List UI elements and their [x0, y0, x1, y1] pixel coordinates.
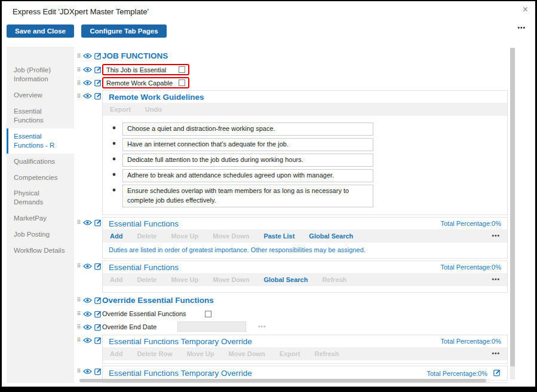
- eye-icon[interactable]: [83, 79, 92, 86]
- edit-icon[interactable]: [94, 219, 102, 226]
- drag-handle-icon[interactable]: ⠿: [77, 53, 81, 59]
- override-end-date-input[interactable]: [177, 321, 246, 332]
- edit-icon[interactable]: [94, 310, 102, 318]
- eye-icon[interactable]: [83, 368, 92, 375]
- global-search-button[interactable]: Global Search: [263, 276, 308, 283]
- export-button[interactable]: Export: [110, 106, 131, 113]
- sidebar-item-qualifications[interactable]: Qualifications: [7, 154, 74, 170]
- sidebar-item-essential-functions-r[interactable]: Essential Functions - R: [7, 128, 74, 154]
- vertical-scrollbar-thumb[interactable]: [510, 48, 515, 366]
- edit-icon[interactable]: [94, 79, 102, 87]
- drag-handle-icon[interactable]: ⠿: [77, 368, 81, 374]
- edit-icon[interactable]: [94, 52, 102, 60]
- section-title: Essential Functions Temporary Override: [109, 337, 252, 346]
- guideline-input[interactable]: Dedicate full attention to the job dutie…: [122, 154, 373, 167]
- drag-handle-icon[interactable]: ⠿: [77, 324, 81, 330]
- refresh-button[interactable]: Refresh: [315, 350, 339, 357]
- eye-icon[interactable]: [83, 93, 92, 99]
- edit-icon[interactable]: [94, 323, 102, 331]
- total-percentage: Total Percentage:0%: [440, 264, 501, 271]
- guideline-input[interactable]: Have an internet connection that's adequ…: [122, 138, 373, 151]
- refresh-button[interactable]: Refresh: [322, 276, 346, 283]
- add-button[interactable]: Add: [110, 232, 122, 240]
- express-edit-dialog: Express Edit 'JDXpert Master Template' ×…: [2, 1, 535, 387]
- paste-list-button[interactable]: Paste List: [263, 232, 294, 240]
- duties-note: Duties are listed in order of greatest i…: [103, 243, 507, 258]
- move-down-button[interactable]: Move Down: [229, 350, 265, 357]
- move-up-button[interactable]: Move Up: [171, 276, 198, 283]
- drag-handle-icon[interactable]: ⠿: [77, 337, 81, 343]
- drag-handle-icon[interactable]: ⠿: [77, 80, 81, 86]
- guideline-input[interactable]: Choose a quiet and distraction-free work…: [122, 122, 373, 136]
- drag-handle-icon[interactable]: ⠿: [77, 311, 81, 317]
- remote-work-capable-checkbox[interactable]: [179, 79, 185, 86]
- this-job-is-essential-checkbox[interactable]: [179, 66, 185, 73]
- dialog-titlebar: Express Edit 'JDXpert Master Template' ×: [2, 1, 535, 20]
- delete-row-button[interactable]: Delete Row: [137, 350, 172, 357]
- horizontal-scrollbar-thumb[interactable]: [79, 379, 486, 382]
- move-up-button[interactable]: Move Up: [171, 232, 198, 240]
- edit-icon[interactable]: [94, 262, 102, 270]
- eye-icon[interactable]: [83, 53, 92, 59]
- eye-icon[interactable]: [83, 263, 92, 270]
- bullet-icon: [113, 142, 116, 145]
- guideline-input[interactable]: Ensure schedules overlap with team membe…: [122, 185, 373, 207]
- eye-icon[interactable]: [83, 337, 92, 344]
- row-icons: ⠿: [76, 90, 102, 100]
- toolbar-overflow-button[interactable]: •••: [492, 276, 500, 283]
- row-icons: ⠿: [76, 50, 102, 60]
- drag-handle-icon[interactable]: ⠿: [77, 93, 81, 99]
- bullet-icon: [113, 173, 116, 176]
- guideline-input[interactable]: Adhere to break and attendance schedules…: [122, 169, 373, 182]
- drag-handle-icon[interactable]: ⠿: [77, 67, 81, 73]
- edit-icon[interactable]: [94, 336, 102, 344]
- sidebar-item-marketpay[interactable]: MarketPay: [7, 210, 74, 226]
- sidebar-item-physical-demands[interactable]: Physical Demands: [7, 185, 74, 210]
- sidebar-item-job-posting[interactable]: Job Posting: [7, 226, 74, 243]
- toolbar-overflow-button[interactable]: •••: [492, 350, 500, 357]
- list-item: Ensure schedules overlap with team membe…: [109, 185, 501, 207]
- dialog-overflow-button[interactable]: •••: [517, 24, 526, 31]
- sidebar-item-workflow-details[interactable]: Workflow Details: [7, 243, 74, 259]
- end-date-picker-button[interactable]: •••: [258, 321, 266, 332]
- eye-icon[interactable]: [83, 297, 92, 304]
- save-and-close-button[interactable]: Save and Close: [7, 24, 74, 38]
- add-button[interactable]: Add: [110, 276, 122, 283]
- eye-icon[interactable]: [83, 311, 92, 317]
- dialog-actions: Save and Close Configure Tab Pages •••: [2, 20, 535, 41]
- eye-icon[interactable]: [83, 66, 92, 73]
- horizontal-scrollbar[interactable]: [79, 379, 490, 382]
- this-job-is-essential-row: ⠿ This Job is Essential: [76, 64, 508, 75]
- eye-icon[interactable]: [83, 324, 92, 330]
- sidebar-item-job-profile-information[interactable]: Job (Profile) Information: [7, 62, 74, 87]
- undo-button[interactable]: Undo: [145, 106, 162, 113]
- sidebar-item-overview[interactable]: Overview: [7, 87, 74, 103]
- edit-icon[interactable]: [94, 296, 102, 304]
- remote-work-guidelines-row: ⠿ Remote Work Guidelines Export Undo Cho…: [76, 90, 508, 215]
- drag-handle-icon[interactable]: ⠿: [77, 297, 81, 303]
- sidebar-item-competencies[interactable]: Competencies: [7, 170, 74, 186]
- row-icons: ⠿: [76, 217, 102, 226]
- configure-tab-pages-button[interactable]: Configure Tab Pages: [81, 24, 166, 38]
- export-button[interactable]: Export: [280, 350, 300, 357]
- move-up-button[interactable]: Move Up: [187, 350, 214, 357]
- delete-button[interactable]: Delete: [137, 232, 157, 240]
- move-down-button[interactable]: Move Down: [213, 276, 249, 283]
- drag-handle-icon[interactable]: ⠿: [77, 263, 81, 269]
- eye-icon[interactable]: [83, 219, 92, 226]
- add-button[interactable]: Add: [110, 350, 122, 357]
- edit-icon[interactable]: [493, 368, 501, 379]
- total-percentage: Total Percentage:0%: [426, 370, 487, 377]
- edit-icon[interactable]: [94, 92, 102, 100]
- delete-button[interactable]: Delete: [137, 276, 157, 283]
- vertical-scrollbar[interactable]: [510, 48, 515, 379]
- close-icon[interactable]: ×: [523, 5, 528, 14]
- global-search-button[interactable]: Global Search: [309, 232, 353, 240]
- move-down-button[interactable]: Move Down: [213, 232, 249, 240]
- sidebar-item-essential-functions[interactable]: Essential Functions: [7, 103, 74, 128]
- override-essential-functions-checkbox[interactable]: [205, 311, 211, 317]
- edit-icon[interactable]: [94, 66, 102, 74]
- toolbar-overflow-button[interactable]: •••: [492, 232, 500, 239]
- drag-handle-icon[interactable]: ⠿: [77, 219, 81, 225]
- edit-icon[interactable]: [94, 368, 102, 375]
